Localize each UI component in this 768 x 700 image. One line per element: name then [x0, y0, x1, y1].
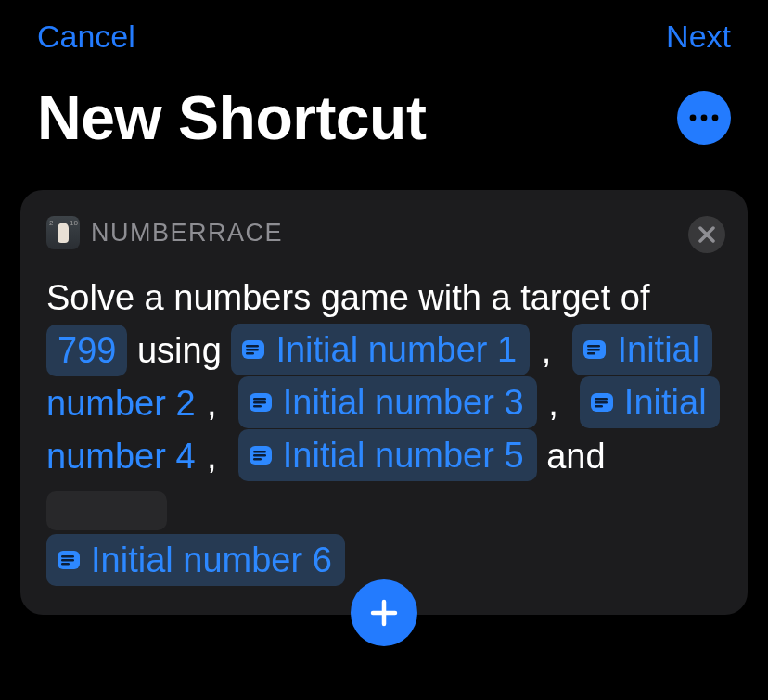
svg-rect-10 — [587, 352, 595, 355]
variable-icon — [56, 547, 82, 573]
app-icon: 210 — [46, 216, 80, 249]
add-action-button[interactable] — [351, 579, 417, 646]
header: New Shortcut — [0, 55, 768, 190]
param-initial-6[interactable]: Initial number 6 — [46, 534, 345, 586]
variable-icon — [589, 389, 615, 415]
param-initial-3[interactable]: Initial number 3 — [238, 376, 537, 428]
svg-point-2 — [712, 115, 719, 121]
svg-rect-5 — [246, 349, 259, 351]
param-initial-1[interactable]: Initial number 1 — [231, 324, 530, 375]
target-value-token[interactable]: 799 — [46, 325, 127, 376]
param-initial-4-part1[interactable]: Initial — [580, 376, 720, 428]
param-label: Initial number 1 — [275, 324, 517, 375]
param-initial-4-part2[interactable]: number 4 — [46, 437, 196, 476]
variable-icon — [248, 442, 274, 468]
svg-rect-14 — [253, 405, 262, 408]
param-label: Initial number 5 — [283, 429, 524, 481]
plus-icon — [367, 596, 401, 630]
svg-rect-24 — [61, 555, 74, 558]
action-body: Solve a numbers game with a target of 79… — [46, 272, 722, 587]
svg-rect-4 — [246, 345, 259, 348]
svg-rect-22 — [253, 458, 262, 461]
page-title: New Shortcut — [37, 83, 426, 153]
svg-point-0 — [690, 115, 697, 121]
svg-rect-6 — [246, 352, 254, 355]
param-label: Initial number 6 — [91, 534, 332, 586]
action-text: and — [546, 437, 605, 476]
param-label: Initial — [624, 376, 707, 428]
param-initial-2-part1[interactable]: Initial — [572, 324, 712, 375]
separator: , — [540, 331, 554, 370]
svg-rect-20 — [253, 451, 266, 453]
svg-rect-16 — [595, 398, 608, 401]
variable-icon — [240, 337, 266, 363]
app-name-label: NUMBERRACE — [91, 219, 283, 248]
more-button[interactable] — [677, 91, 731, 145]
param-label: Initial number 3 — [283, 376, 524, 428]
action-header: 210 NUMBERRACE — [46, 216, 722, 249]
variable-icon — [582, 337, 608, 363]
svg-rect-8 — [587, 345, 600, 348]
empty-param-slot[interactable] — [46, 491, 167, 530]
separator: , — [546, 384, 560, 423]
separator: , — [205, 437, 219, 476]
next-button[interactable]: Next — [666, 19, 731, 55]
svg-point-1 — [701, 115, 708, 121]
svg-rect-26 — [61, 563, 70, 566]
close-icon — [698, 226, 715, 243]
svg-rect-9 — [587, 349, 600, 351]
action-card: 210 NUMBERRACE Solve a numbers game with… — [20, 190, 748, 615]
param-label: Initial — [617, 324, 699, 375]
ellipsis-icon — [688, 113, 720, 122]
cancel-button[interactable]: Cancel — [37, 19, 135, 55]
svg-rect-21 — [253, 454, 266, 457]
nav-bar: Cancel Next — [0, 0, 768, 55]
action-text: using — [137, 331, 231, 370]
close-button[interactable] — [688, 216, 725, 253]
svg-rect-17 — [595, 401, 608, 404]
svg-rect-13 — [253, 401, 266, 404]
variable-icon — [248, 389, 274, 415]
separator: , — [205, 384, 219, 423]
param-initial-2-part2[interactable]: number 2 — [46, 384, 196, 423]
action-text: Solve a numbers game with a target of — [46, 278, 650, 317]
svg-rect-25 — [61, 559, 74, 562]
svg-rect-18 — [595, 405, 603, 408]
svg-rect-12 — [253, 398, 266, 401]
param-initial-5[interactable]: Initial number 5 — [238, 429, 537, 481]
